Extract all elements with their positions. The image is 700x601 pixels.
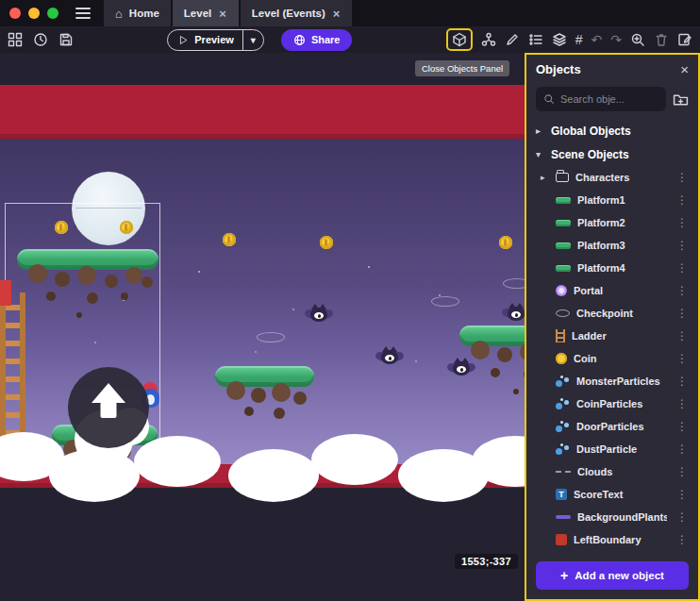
cloud-sprite[interactable] bbox=[134, 436, 221, 487]
add-object-label: Add a new object bbox=[575, 570, 664, 581]
object-item-dustparticle[interactable]: DustParticle⋮ bbox=[526, 438, 698, 460]
group-scene-objects[interactable]: ▾ Scene Objects bbox=[526, 142, 698, 166]
kebab-menu-icon[interactable]: ⋮ bbox=[674, 307, 691, 320]
undo-icon[interactable]: ↶ bbox=[592, 33, 603, 46]
kebab-menu-icon[interactable]: ⋮ bbox=[674, 193, 691, 207]
cloud-sprite[interactable] bbox=[228, 449, 319, 502]
platform-sprite[interactable] bbox=[215, 366, 314, 387]
layers-icon[interactable] bbox=[552, 32, 567, 47]
redo-icon[interactable]: ↷ bbox=[610, 33, 622, 46]
coin-sprite[interactable] bbox=[120, 221, 133, 234]
search-input[interactable] bbox=[560, 93, 658, 105]
object-item-monsterparticles[interactable]: MonsterParticles⋮ bbox=[526, 370, 698, 392]
object-item-platform2[interactable]: Platform2⋮ bbox=[526, 211, 698, 234]
ufo-sprite[interactable] bbox=[257, 332, 285, 342]
share-button[interactable]: Share bbox=[281, 29, 353, 51]
objects-panel-toggle-icon[interactable] bbox=[452, 32, 467, 47]
kebab-menu-icon[interactable]: ⋮ bbox=[674, 533, 691, 546]
object-item-checkpoint[interactable]: Checkpoint⋮ bbox=[526, 302, 698, 325]
left-boundary-sprite[interactable] bbox=[0, 280, 11, 306]
preview-button[interactable]: Preview ▾ bbox=[167, 29, 264, 51]
share-label: Share bbox=[311, 34, 341, 45]
object-item-coinparticles[interactable]: CoinParticles⋮ bbox=[526, 392, 698, 415]
monster-sprite[interactable] bbox=[449, 359, 474, 377]
minimize-window-button[interactable] bbox=[28, 8, 40, 19]
object-item-platform3[interactable]: Platform3⋮ bbox=[526, 234, 698, 257]
kebab-menu-icon[interactable]: ⋮ bbox=[674, 239, 691, 252]
kebab-menu-icon[interactable]: ⋮ bbox=[674, 510, 691, 524]
grid-icon[interactable]: # bbox=[575, 33, 583, 46]
tab-home[interactable]: ⌂ Home bbox=[104, 0, 171, 26]
monster-sprite[interactable] bbox=[377, 347, 402, 366]
object-item-scoretext[interactable]: ScoreText⋮ bbox=[526, 483, 698, 506]
up-arrow-control[interactable] bbox=[68, 367, 149, 448]
object-item-portal[interactable]: Portal⋮ bbox=[526, 279, 698, 302]
monster-sprite[interactable] bbox=[307, 305, 331, 324]
object-item-leftboundary[interactable]: LeftBoundary⋮ bbox=[526, 528, 698, 551]
kebab-menu-icon[interactable]: ⋮ bbox=[674, 397, 691, 410]
edit-properties-icon[interactable] bbox=[677, 32, 692, 47]
add-object-button[interactable]: + Add a new object bbox=[536, 561, 689, 590]
object-item-clouds[interactable]: Clouds⋮ bbox=[526, 460, 698, 483]
tab-level-events[interactable]: Level (Events) × bbox=[241, 0, 353, 26]
kebab-menu-icon[interactable]: ⋮ bbox=[674, 171, 691, 184]
object-item-coin[interactable]: Coin⋮ bbox=[526, 347, 698, 370]
object-item-doorparticles[interactable]: DoorParticles⋮ bbox=[526, 415, 698, 438]
coordinates-badge: 1553;-337 bbox=[455, 554, 518, 569]
object-item-backgroundplants[interactable]: BackgroundPlants⋮ bbox=[526, 506, 698, 528]
object-groups-icon[interactable] bbox=[481, 32, 496, 47]
ufo-sprite[interactable] bbox=[431, 296, 459, 307]
delete-icon[interactable] bbox=[654, 32, 669, 47]
coin-sprite[interactable] bbox=[223, 233, 236, 246]
kebab-menu-icon[interactable]: ⋮ bbox=[674, 216, 691, 229]
object-item-label: Portal bbox=[574, 285, 667, 296]
kebab-menu-icon[interactable]: ⋮ bbox=[674, 261, 691, 275]
cloud-sprite[interactable] bbox=[49, 449, 140, 502]
folder-icon bbox=[556, 173, 569, 182]
ladder-icon bbox=[556, 329, 565, 342]
object-item-characters[interactable]: ▸Characters⋮ bbox=[526, 166, 698, 189]
kebab-menu-icon[interactable]: ⋮ bbox=[674, 375, 691, 388]
tooltip: Close Objects Panel bbox=[415, 60, 509, 76]
preview-dropdown-icon[interactable]: ▾ bbox=[242, 30, 263, 50]
coin-sprite[interactable] bbox=[55, 221, 68, 234]
kebab-menu-icon[interactable]: ⋮ bbox=[674, 329, 691, 342]
coin-icon bbox=[556, 353, 567, 364]
coin-sprite[interactable] bbox=[499, 236, 512, 249]
edit-pencil-icon[interactable] bbox=[505, 32, 520, 47]
ladder-sprite[interactable] bbox=[0, 292, 25, 445]
kebab-menu-icon[interactable]: ⋮ bbox=[674, 488, 691, 501]
particles-icon bbox=[556, 421, 570, 432]
events-list-icon[interactable] bbox=[528, 32, 543, 47]
chevron-right-icon: ▸ bbox=[536, 125, 544, 136]
object-item-platform4[interactable]: Platform4⋮ bbox=[526, 257, 698, 279]
object-item-platform1[interactable]: Platform1⋮ bbox=[526, 189, 698, 211]
object-item-ladder[interactable]: Ladder⋮ bbox=[526, 325, 698, 347]
tab-bar: ⌂ Home Level × Level (Events) × bbox=[104, 0, 352, 26]
zoom-in-icon[interactable] bbox=[630, 32, 645, 47]
coin-sprite[interactable] bbox=[320, 236, 333, 249]
search-box[interactable] bbox=[536, 87, 666, 111]
kebab-menu-icon[interactable]: ⋮ bbox=[674, 442, 691, 456]
kebab-menu-icon[interactable]: ⋮ bbox=[674, 420, 691, 433]
plants-icon bbox=[556, 515, 571, 519]
kebab-menu-icon[interactable]: ⋮ bbox=[674, 465, 691, 478]
object-item-label: MonsterParticles bbox=[576, 376, 667, 387]
group-global-objects[interactable]: ▸ Global Objects bbox=[526, 119, 698, 142]
kebab-menu-icon[interactable]: ⋮ bbox=[674, 284, 691, 297]
add-folder-icon[interactable] bbox=[673, 92, 689, 108]
maximize-window-button[interactable] bbox=[47, 8, 58, 19]
history-icon[interactable] bbox=[33, 32, 48, 47]
close-tab-icon[interactable]: × bbox=[332, 8, 342, 20]
kebab-menu-icon[interactable]: ⋮ bbox=[674, 352, 691, 365]
platform-sprite[interactable] bbox=[17, 249, 158, 270]
hamburger-menu-icon[interactable] bbox=[75, 8, 91, 19]
save-icon[interactable] bbox=[58, 32, 74, 47]
cloud-sprite[interactable] bbox=[311, 434, 398, 485]
object-list: ▸Characters⋮Platform1⋮Platform2⋮Platform… bbox=[526, 166, 698, 551]
close-panel-icon[interactable]: × bbox=[680, 62, 689, 76]
close-tab-icon[interactable]: × bbox=[218, 8, 227, 20]
grid-view-icon[interactable] bbox=[8, 32, 23, 47]
tab-level[interactable]: Level × bbox=[173, 0, 239, 26]
close-window-button[interactable] bbox=[9, 8, 21, 19]
